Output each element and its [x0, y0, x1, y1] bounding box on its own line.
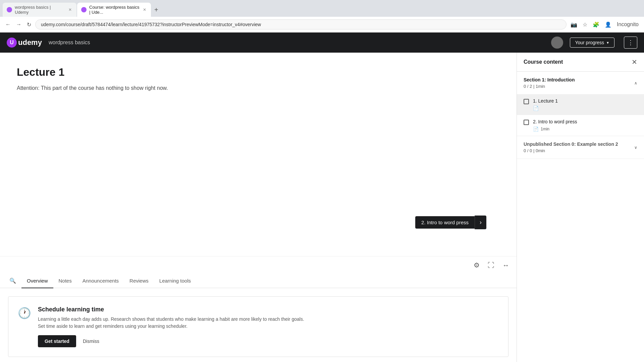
- section-1-header[interactable]: Section 1: Introduction 0 / 2 | 1min ∧: [517, 72, 644, 94]
- address-bar[interactable]: [35, 19, 567, 29]
- logo-icon: U: [7, 38, 17, 48]
- camera-icon[interactable]: 📷: [569, 20, 579, 29]
- tab-1-close[interactable]: ✕: [68, 7, 72, 13]
- tab-2-favicon: [81, 7, 87, 12]
- browser-chrome: wordpress basics | Udemy ✕ Course: wordp…: [0, 0, 644, 33]
- sidebar-close-button[interactable]: ✕: [632, 58, 637, 66]
- schedule-desc-line2: Set time aside to learn and get reminder…: [38, 323, 187, 329]
- section-1-meta: 0 / 2 | 1min: [524, 84, 634, 89]
- lecture-2-info: 2. Intro to word press 📄 1min: [533, 119, 637, 132]
- your-progress-button[interactable]: Your progress ▼: [570, 38, 614, 48]
- forward-button[interactable]: →: [15, 20, 23, 29]
- section-0-header[interactable]: Unpublished Section 0: Example section 2…: [517, 136, 644, 159]
- schedule-actions: Get started Dismiss: [38, 335, 499, 347]
- tab-reviews[interactable]: Reviews: [124, 274, 154, 288]
- get-started-button[interactable]: Get started: [38, 335, 76, 347]
- tab-2-close[interactable]: ✕: [142, 7, 147, 13]
- schedule-card: 🕐 Schedule learning time Learning a litt…: [8, 296, 508, 357]
- section-0-meta: 0 / 0 | 0min: [524, 148, 634, 153]
- schedule-clock-icon: 🕐: [18, 307, 31, 319]
- app-header: U udemy wordpress basics Your progress ▼…: [0, 33, 644, 53]
- tab-notes[interactable]: Notes: [53, 274, 77, 288]
- lecture-item-2[interactable]: 2. Intro to word press 📄 1min: [517, 115, 644, 136]
- lecture-2-sub: 📄 1min: [533, 126, 637, 132]
- tab-bar: wordpress basics | Udemy ✕ Course: wordp…: [0, 0, 644, 17]
- section-1-toggle-icon: ∧: [634, 81, 637, 85]
- lecture-description: Attention: This part of the course has n…: [17, 85, 500, 91]
- schedule-section: 🕐 Schedule learning time Learning a litt…: [0, 288, 517, 362]
- content-area: Lecture 1 Attention: This part of the co…: [0, 53, 517, 362]
- section-0: Unpublished Section 0: Example section 2…: [517, 136, 644, 159]
- schedule-content: Schedule learning time Learning a little…: [38, 306, 499, 347]
- next-lecture-tooltip: 2. Intro to word press ›: [415, 216, 486, 229]
- tab-2-title: Course: wordpress basics | Ude...: [89, 5, 140, 15]
- schedule-title: Schedule learning time: [38, 306, 499, 313]
- logo-text: udemy: [18, 38, 42, 47]
- section-1-info: Section 1: Introduction 0 / 2 | 1min: [524, 77, 634, 89]
- section-1-name: Section 1: Introduction: [524, 77, 634, 82]
- main-layout: Lecture 1 Attention: This part of the co…: [0, 53, 644, 362]
- schedule-desc-line1: Learning a little each day adds up. Rese…: [38, 316, 304, 322]
- course-title: wordpress basics: [49, 40, 90, 46]
- lecture-1-checkbox[interactable]: [524, 99, 529, 104]
- back-button[interactable]: ←: [4, 20, 12, 29]
- lecture-title: Lecture 1: [17, 66, 500, 78]
- tab-1-favicon: [7, 7, 12, 12]
- sidebar-header: Course content ✕: [517, 53, 644, 72]
- section-0-name: Unpublished Section 0: Example section 2: [524, 141, 634, 147]
- lecture-area: Lecture 1 Attention: This part of the co…: [0, 53, 517, 256]
- lecture-2-name: 2. Intro to word press: [533, 119, 637, 124]
- dismiss-button[interactable]: Dismiss: [80, 335, 102, 347]
- lecture-2-doc-icon: 📄: [533, 126, 539, 132]
- tab-overview[interactable]: Overview: [21, 274, 53, 288]
- nav-bar: ← → ↻ 📷 ☆ 🧩 👤 Incognito: [0, 17, 644, 33]
- tab-1[interactable]: wordpress basics | Udemy ✕: [3, 3, 76, 17]
- extension-icon[interactable]: 🧩: [591, 20, 601, 29]
- section-0-info: Unpublished Section 0: Example section 2…: [524, 141, 634, 153]
- lecture-1-name: 1. Lecture 1: [533, 98, 637, 104]
- lecture-1-sub: 📄: [533, 106, 637, 111]
- tab-1-title: wordpress basics | Udemy: [15, 5, 65, 15]
- progress-label: Your progress: [575, 40, 604, 45]
- lecture-1-doc-icon: 📄: [533, 106, 539, 111]
- tabs-search-button[interactable]: 🔍: [7, 275, 19, 287]
- schedule-description: Learning a little each day adds up. Rese…: [38, 316, 499, 330]
- next-lecture-label: 2. Intro to word press: [415, 216, 475, 229]
- tab-announcements[interactable]: Announcements: [77, 274, 124, 288]
- content-tabs-bar: 🔍 Overview Notes Announcements Reviews L…: [0, 274, 517, 288]
- tab-learning-tools[interactable]: Learning tools: [154, 274, 196, 288]
- section-0-toggle-icon: ∨: [634, 145, 637, 150]
- course-content-sidebar: Course content ✕ Section 1: Introduction…: [517, 53, 644, 362]
- more-options-button[interactable]: ⋮: [624, 37, 637, 49]
- user-avatar[interactable]: [551, 37, 563, 49]
- udemy-logo[interactable]: U udemy: [7, 38, 42, 48]
- resize-button[interactable]: ↔: [500, 259, 511, 271]
- profile-icon[interactable]: 👤: [603, 20, 613, 29]
- settings-button[interactable]: ⚙: [472, 259, 482, 271]
- player-toolbar: ⚙ ⛶ ↔: [0, 256, 517, 274]
- lecture-2-duration: 1min: [541, 127, 549, 131]
- next-lecture-button[interactable]: ›: [475, 216, 486, 229]
- section-1: Section 1: Introduction 0 / 2 | 1min ∧ 1…: [517, 72, 644, 136]
- nav-icons: 📷 ☆ 🧩 👤 Incognito: [569, 20, 640, 29]
- new-tab-button[interactable]: +: [152, 5, 161, 15]
- progress-arrow-icon: ▼: [606, 41, 609, 45]
- refresh-button[interactable]: ↻: [25, 20, 33, 29]
- bookmark-icon[interactable]: ☆: [581, 20, 589, 29]
- incognito-label: Incognito: [615, 20, 640, 29]
- lecture-item-1[interactable]: 1. Lecture 1 📄: [517, 94, 644, 115]
- tab-2[interactable]: Course: wordpress basics | Ude... ✕: [77, 3, 151, 17]
- fullscreen-button[interactable]: ⛶: [486, 259, 496, 271]
- lecture-2-checkbox[interactable]: [524, 120, 529, 125]
- app: U udemy wordpress basics Your progress ▼…: [0, 33, 644, 362]
- lecture-1-info: 1. Lecture 1 📄: [533, 98, 637, 111]
- sidebar-title: Course content: [524, 59, 563, 65]
